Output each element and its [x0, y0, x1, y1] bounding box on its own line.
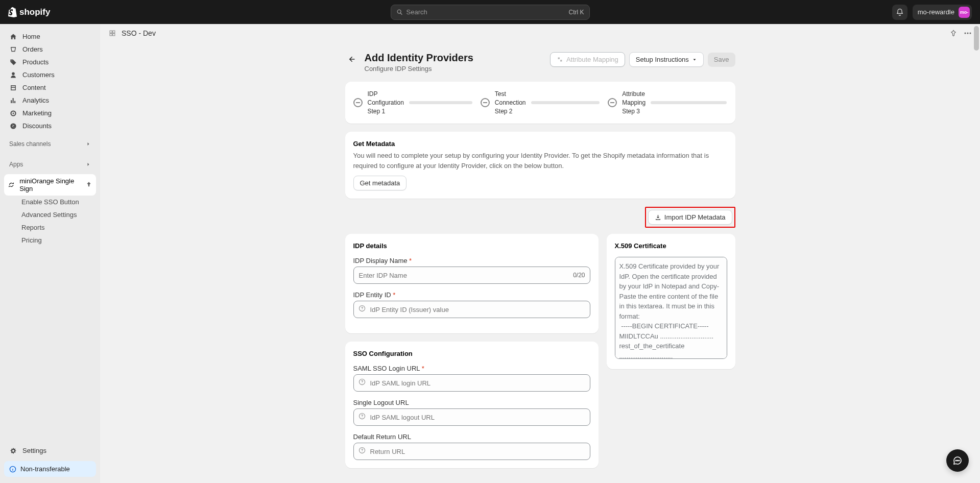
certificate-textarea[interactable] — [615, 257, 727, 359]
page-title: Add Identity Providers — [365, 52, 473, 64]
attribute-mapping-button[interactable]: Attribute Mapping — [550, 52, 625, 67]
nav-sub-reports[interactable]: Reports — [4, 221, 96, 234]
more-actions-icon[interactable] — [964, 29, 972, 37]
refresh-icon — [8, 181, 14, 188]
sales-channels-section[interactable]: Sales channels — [4, 137, 96, 151]
content-icon — [9, 84, 17, 91]
idp-display-name-label: IDP Display Name * — [353, 257, 590, 264]
home-icon — [9, 33, 17, 40]
nav-marketing[interactable]: Marketing — [4, 107, 96, 119]
get-metadata-button[interactable]: Get metadata — [353, 176, 407, 190]
login-url-input[interactable] — [353, 374, 590, 392]
chat-button[interactable] — [946, 449, 969, 472]
step-1-indicator — [353, 98, 363, 107]
sidebar: Home Orders Products Customers Content A… — [0, 24, 100, 483]
app-icon — [108, 29, 116, 37]
pin-icon[interactable] — [86, 181, 92, 189]
apps-section[interactable]: Apps — [4, 158, 96, 171]
analytics-icon — [9, 97, 17, 104]
bell-icon — [896, 8, 904, 16]
download-icon — [655, 214, 661, 221]
nav-orders[interactable]: Orders — [4, 43, 96, 56]
chevron-right-icon — [86, 141, 91, 147]
import-idp-metadata-button[interactable]: Import IDP Metadata — [648, 210, 732, 225]
page-subtitle: Configure IDP Settings — [365, 65, 473, 73]
save-button[interactable]: Save — [708, 53, 735, 66]
page-header: Add Identity Providers Configure IDP Set… — [345, 52, 735, 73]
non-transferable-label: Non-transferable — [20, 465, 70, 473]
idp-entity-id-label: IDP Entity ID * — [353, 291, 590, 299]
step-3: AttributeMappingStep 3 — [608, 90, 727, 115]
login-url-label: SAML SSO Login URL * — [353, 365, 590, 372]
avatar: mo- — [959, 7, 970, 18]
return-url-label: Default Return URL — [353, 433, 590, 441]
nav-home-label: Home — [22, 33, 40, 40]
nav-app-miniorange[interactable]: miniOrange Single Sign — [4, 174, 96, 196]
idp-details-title: IDP details — [353, 242, 590, 250]
help-icon[interactable] — [358, 413, 366, 422]
search-container: Search Ctrl K — [391, 5, 590, 20]
nav-sub-advanced[interactable]: Advanced Settings — [4, 208, 96, 221]
get-metadata-card: Get Metadata You will need to complete y… — [345, 132, 735, 199]
step-3-progress — [651, 101, 727, 104]
search-placeholder: Search — [407, 8, 427, 16]
nav-home[interactable]: Home — [4, 30, 96, 43]
step-2-progress — [531, 101, 600, 104]
svg-point-7 — [970, 33, 971, 34]
scrollbar-thumb[interactable] — [974, 26, 979, 51]
nav-orders-label: Orders — [22, 45, 43, 53]
chevron-down-icon — [692, 57, 697, 62]
breadcrumb: SSO - Dev — [122, 29, 156, 37]
svg-rect-1 — [110, 31, 112, 33]
scrollbar[interactable] — [973, 24, 980, 483]
nav-analytics[interactable]: Analytics — [4, 94, 96, 107]
user-menu[interactable]: mo-rewardle mo- — [913, 5, 972, 20]
nav-products[interactable]: Products — [4, 56, 96, 68]
nav-sub-pricing[interactable]: Pricing — [4, 234, 96, 247]
mapping-icon — [557, 56, 563, 63]
back-button[interactable] — [345, 53, 357, 65]
sso-config-title: SSO Configuration — [353, 350, 590, 357]
import-row: Import IDP Metadata — [345, 207, 735, 228]
step-2: TestConnectionStep 2 — [481, 90, 600, 115]
return-url-input[interactable] — [353, 443, 590, 460]
search-icon — [396, 9, 403, 16]
search-input[interactable]: Search Ctrl K — [391, 5, 590, 20]
nav-content-label: Content — [22, 84, 46, 91]
top-bar: shopify Search Ctrl K mo-rewardle mo- — [0, 0, 980, 24]
apps-label: Apps — [9, 161, 23, 168]
help-icon[interactable] — [358, 378, 366, 388]
search-shortcut: Ctrl K — [569, 9, 584, 16]
breadcrumb-bar: SSO - Dev — [100, 24, 980, 43]
steps-card: IDPConfigurationStep 1 TestConnectionSte… — [345, 82, 735, 124]
arrow-left-icon — [347, 55, 355, 63]
svg-point-14 — [959, 460, 960, 461]
nav-discounts[interactable]: Discounts — [4, 119, 96, 132]
user-name: mo-rewardle — [918, 8, 954, 16]
idp-entity-id-input[interactable] — [353, 301, 590, 318]
shopify-icon — [8, 7, 17, 17]
step-2-indicator — [481, 98, 490, 107]
chevron-right-icon — [86, 162, 91, 167]
nav-content[interactable]: Content — [4, 81, 96, 94]
pin-page-icon[interactable] — [949, 29, 958, 37]
setup-instructions-button[interactable]: Setup Instructions — [629, 52, 704, 67]
certificate-title: X.509 Certificate — [615, 242, 727, 250]
svg-point-13 — [957, 460, 958, 461]
svg-rect-4 — [113, 34, 115, 36]
topbar-actions: mo-rewardle mo- — [892, 5, 972, 20]
help-icon[interactable] — [358, 447, 366, 456]
idp-display-name-input[interactable] — [353, 267, 590, 284]
logout-url-input[interactable] — [353, 408, 590, 426]
svg-point-12 — [955, 460, 957, 461]
nav-customers[interactable]: Customers — [4, 68, 96, 81]
step-1-progress — [409, 101, 472, 104]
help-icon[interactable] — [358, 305, 366, 314]
char-count: 0/20 — [573, 272, 585, 279]
nav-settings[interactable]: Settings — [4, 444, 96, 457]
notifications-button[interactable] — [892, 5, 907, 20]
brand-logo[interactable]: shopify — [8, 7, 50, 17]
nav-sub-enable[interactable]: Enable SSO Button — [4, 196, 96, 208]
discounts-icon — [9, 123, 17, 130]
non-transferable-badge[interactable]: Non-transferable — [4, 461, 96, 477]
